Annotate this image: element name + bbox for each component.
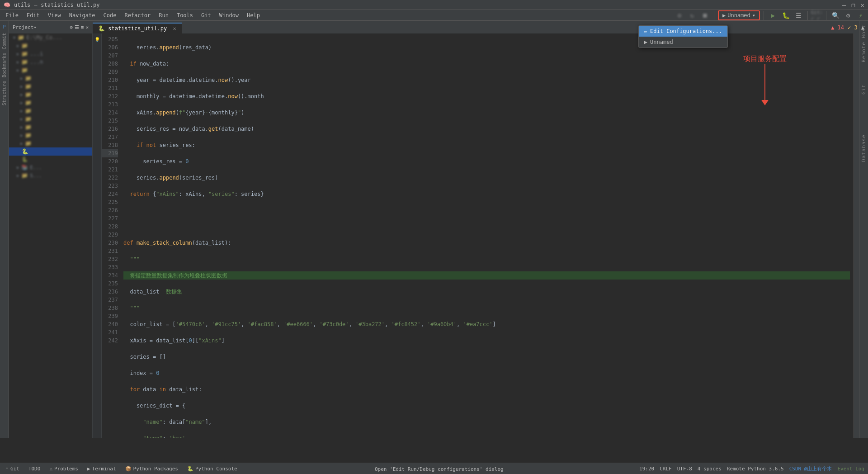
todo-btn[interactable]: TODO xyxy=(27,465,42,472)
tree-item-5[interactable]: ▸📁 xyxy=(9,74,92,82)
settings-button[interactable]: ⚙ xyxy=(843,10,854,21)
tree-item-3[interactable]: ▸📁...n xyxy=(9,58,92,66)
menu-window[interactable]: Window xyxy=(216,11,242,19)
close-button[interactable]: ✕ xyxy=(861,1,864,9)
python-console-btn[interactable]: 🐍 Python Console xyxy=(185,465,239,472)
project-sync-icon[interactable]: ⚙ xyxy=(70,24,73,30)
menu-refactor[interactable]: Refactor xyxy=(121,11,154,19)
toolbar-btn-2[interactable]: ↻ xyxy=(687,10,698,21)
run-config-area: ⚙ ↻ ⏹ ▶ Unnamed ▾ ▶ 🐛 ☰ Git: ✓ ✓ 🔍 ⚙ ⚡ xyxy=(674,10,866,21)
menu-file[interactable]: File xyxy=(2,11,22,19)
code-container[interactable]: 💡 205 206 207 208 209 210 211 212 213 21… xyxy=(93,33,859,438)
project-close-icon[interactable]: ✕ xyxy=(85,24,89,30)
charset[interactable]: UTF-8 xyxy=(677,466,692,472)
menu-code[interactable]: Code xyxy=(100,11,120,19)
edit-config-icon: ✏ xyxy=(644,28,647,34)
sidebar-commit-icon[interactable]: Commit xyxy=(2,33,7,49)
todo-label: TODO xyxy=(28,466,41,472)
dropdown-edit-configurations[interactable]: ✏ Edit Configurations... xyxy=(639,26,727,37)
window-controls: — ❐ ✕ xyxy=(842,1,864,9)
tree-item-root[interactable]: ▾📁E:\My_Co... xyxy=(9,33,92,42)
minimize-button[interactable]: — xyxy=(842,1,846,9)
csdn-link[interactable]: CSDN @山上有个木 xyxy=(789,465,832,472)
event-log-btn[interactable]: Event Log xyxy=(837,466,864,472)
code-content[interactable]: series.append(res_data) if now_data: yea… xyxy=(120,33,854,438)
unnamed-config-icon: ▶ xyxy=(644,39,647,45)
tree-item-7[interactable]: ▸📁 xyxy=(9,90,92,99)
tree-item-10[interactable]: ▸📁 xyxy=(9,115,92,123)
power-button[interactable]: ⚡ xyxy=(855,10,866,21)
main-layout: P Commit Bookmarks Structure Project▾ ⚙ … xyxy=(0,21,868,438)
bottom-panel: ⑂ Git TODO ⚠ Problems ▶ Terminal 📦 Pytho… xyxy=(0,463,868,474)
debug-button[interactable]: 🐛 xyxy=(780,10,791,21)
menu-tools[interactable]: Tools xyxy=(173,11,197,19)
sidebar-structure-icon[interactable]: Structure xyxy=(2,81,7,105)
warning-badge[interactable]: ✓ 3 xyxy=(848,24,858,31)
problems-btn[interactable]: ⚠ Problems xyxy=(47,465,80,472)
menu-git[interactable]: Git xyxy=(198,11,215,19)
menu-run[interactable]: Run xyxy=(155,11,172,19)
menu-bar: File Edit View Navigate Code Refactor Ru… xyxy=(0,10,868,21)
project-gear-icon[interactable]: ≡ xyxy=(81,24,84,30)
editor-tab-statistics-util[interactable]: 🐍 statistics_util.py ✕ xyxy=(93,23,182,33)
tree-item-11[interactable]: ▸📁 xyxy=(9,123,92,131)
tree-item-external-lib[interactable]: ▸📚E... xyxy=(9,163,92,171)
maximize-button[interactable]: ❐ xyxy=(851,1,855,9)
bottom-status-message: Open 'Edit Run/Debug configurations' dia… xyxy=(375,465,504,472)
coverage-button[interactable]: ☰ xyxy=(793,10,804,21)
unnamed-config-label: Unnamed xyxy=(650,39,673,45)
run-config-dropdown: ✏ Edit Configurations... ▶ Unnamed xyxy=(638,25,728,48)
tab-label: statistics_util.py xyxy=(108,25,167,32)
toolbar-btn-3[interactable]: ⏹ xyxy=(699,10,710,21)
tree-item-4[interactable]: ▸📁 xyxy=(9,66,92,74)
python-console-label: Python Console xyxy=(195,466,237,472)
menu-view[interactable]: View xyxy=(44,11,65,19)
tree-item-12[interactable]: ▸📁 xyxy=(9,131,92,139)
editor-tabs: 🐍 statistics_util.py ✕ xyxy=(93,21,859,33)
scroll-gutter[interactable] xyxy=(854,33,859,438)
search-button[interactable]: 🔍 xyxy=(830,10,841,21)
sidebar-bookmark-icon[interactable]: Bookmarks xyxy=(2,53,7,77)
tree-item-13[interactable]: ▸📁 xyxy=(9,139,92,147)
dropdown-unnamed[interactable]: ▶ Unnamed xyxy=(639,37,727,47)
tree-item-14[interactable]: 🐍 xyxy=(9,156,92,163)
python-packages-btn[interactable]: 📦 Python Packages xyxy=(123,465,180,472)
git-bottom-btn[interactable]: ⑂ Git xyxy=(4,465,21,472)
project-header-label: Project▾ xyxy=(13,24,37,30)
tab-close-icon[interactable]: ✕ xyxy=(173,25,176,32)
menu-help[interactable]: Help xyxy=(243,11,264,19)
tree-item-1[interactable]: ▸📁 xyxy=(9,42,92,50)
run-config-dropdown-button[interactable]: ▶ Unnamed ▾ xyxy=(718,10,760,20)
tree-item-2[interactable]: ▸📁...i xyxy=(9,50,92,58)
file-name-title: statistics_util.py xyxy=(41,2,99,8)
python-packages-icon: 📦 xyxy=(125,466,132,472)
cursor-position[interactable]: 19:20 xyxy=(639,466,654,472)
edit-config-label: Edit Configurations... xyxy=(650,28,722,34)
left-sidebar: P Commit Bookmarks Structure xyxy=(0,21,9,438)
python-version[interactable]: Remote Python 3.6.5 xyxy=(727,466,784,472)
git-label[interactable]: Git xyxy=(861,84,867,95)
notification-expand[interactable]: ▲ xyxy=(861,24,864,31)
problems-label: Problems xyxy=(54,466,78,472)
title-bar: 🧠 utils – statistics_util.py — ❐ ✕ xyxy=(0,0,868,10)
error-badge[interactable]: ▲ 14 xyxy=(831,24,844,31)
tree-item-8[interactable]: ▸📁 xyxy=(9,99,92,107)
database-label[interactable]: Database xyxy=(861,134,867,162)
sidebar-project-icon[interactable]: P xyxy=(3,24,5,29)
line-ending[interactable]: CRLF xyxy=(660,466,672,472)
tree-item-6[interactable]: ▸📁 xyxy=(9,82,92,90)
menu-navigate[interactable]: Navigate xyxy=(66,11,99,19)
menu-edit[interactable]: Edit xyxy=(23,11,43,19)
indent-setting[interactable]: 4 spaces xyxy=(698,466,722,472)
run-config-icon: ▶ xyxy=(722,12,726,19)
project-expand-icon[interactable]: ☰ xyxy=(75,24,79,30)
tree-item-scratches[interactable]: ▸📁S... xyxy=(9,171,92,180)
tree-item-9[interactable]: ▸📁 xyxy=(9,107,92,115)
tree-item-selected[interactable]: 🐍 xyxy=(9,147,92,156)
project-header-icons: ⚙ ☰ ≡ ✕ xyxy=(70,24,89,30)
toolbar-btn-1[interactable]: ⚙ xyxy=(674,10,685,21)
python-console-icon: 🐍 xyxy=(187,466,193,472)
run-button[interactable]: ▶ xyxy=(768,10,778,21)
terminal-btn[interactable]: ▶ Terminal xyxy=(85,465,118,472)
git-status[interactable]: Git: ✓ ✓ xyxy=(811,10,822,21)
